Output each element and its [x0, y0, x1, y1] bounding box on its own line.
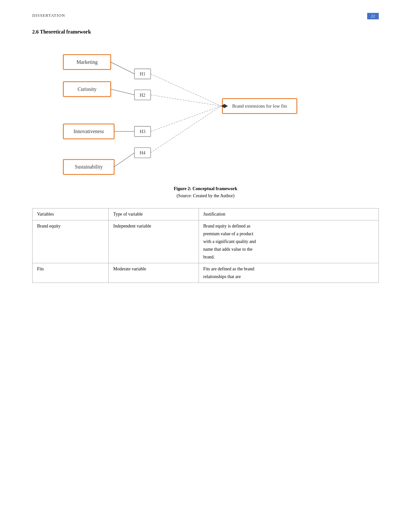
- table-header-row: Variables Type of variable Justification: [33, 208, 379, 220]
- table-row: Brand equity Independent variable Brand …: [33, 220, 379, 263]
- variable-type-fits: Moderate variable: [109, 263, 199, 283]
- svg-text:H1: H1: [140, 71, 145, 76]
- variable-name-brand-equity: Brand equity: [33, 220, 109, 263]
- svg-text:Marketing: Marketing: [76, 59, 98, 65]
- page: DISSERTATION 22 2.6 Theoretical framewor…: [0, 0, 411, 532]
- svg-text:Brand extensions for low fits: Brand extensions for low fits: [232, 103, 287, 109]
- justification-line-2: premium value of a product: [203, 231, 374, 237]
- page-number: 22: [367, 13, 379, 19]
- justification-line-3: with a significant quality and: [203, 239, 374, 244]
- svg-text:Curiosity: Curiosity: [78, 86, 97, 92]
- framework-svg: Marketing Curiosity Innovativeness Susta…: [32, 44, 379, 180]
- svg-text:H2: H2: [140, 92, 145, 98]
- svg-text:H4: H4: [140, 150, 146, 155]
- page-header: DISSERTATION 22: [32, 13, 379, 19]
- svg-line-26: [151, 106, 221, 153]
- svg-line-23: [151, 74, 221, 106]
- figure-caption: Figure 2: Conceptual framework: [32, 186, 379, 191]
- svg-text:Innovativeness: Innovativeness: [73, 129, 104, 134]
- justification-fits-line-2: relationships that are: [203, 274, 374, 279]
- justification-brand-equity: Brand equity is defined as premium value…: [199, 220, 379, 263]
- figure-source: (Source: Created by the Author): [32, 193, 379, 198]
- svg-line-19: [111, 62, 135, 74]
- variable-name-fits: Fits: [33, 263, 109, 283]
- svg-line-20: [111, 89, 135, 95]
- justification-line-1: Brand equity is defined as: [203, 224, 374, 229]
- section-heading: 2.6 Theoretical framework: [32, 29, 379, 35]
- justification-line-5: brand.: [203, 255, 374, 260]
- col-header-justification: Justification: [199, 208, 379, 220]
- document-title: DISSERTATION: [32, 13, 65, 18]
- variable-type-brand-equity: Independent variable: [109, 220, 199, 263]
- variables-table: Variables Type of variable Justification…: [32, 208, 379, 283]
- svg-line-22: [114, 153, 134, 167]
- justification-fits: Fits are defined as the brand relationsh…: [199, 263, 379, 283]
- justification-fits-line-1: Fits are defined as the brand: [203, 266, 374, 272]
- conceptual-framework-diagram: Marketing Curiosity Innovativeness Susta…: [32, 44, 379, 180]
- svg-line-24: [151, 95, 221, 106]
- justification-line-4: name that adds value to the: [203, 247, 374, 252]
- col-header-variables: Variables: [33, 208, 109, 220]
- svg-line-25: [151, 106, 221, 131]
- svg-text:Sustainability: Sustainability: [75, 164, 103, 170]
- col-header-type: Type of variable: [109, 208, 199, 220]
- svg-text:H3: H3: [140, 129, 145, 134]
- table-row: Fits Moderate variable Fits are defined …: [33, 263, 379, 283]
